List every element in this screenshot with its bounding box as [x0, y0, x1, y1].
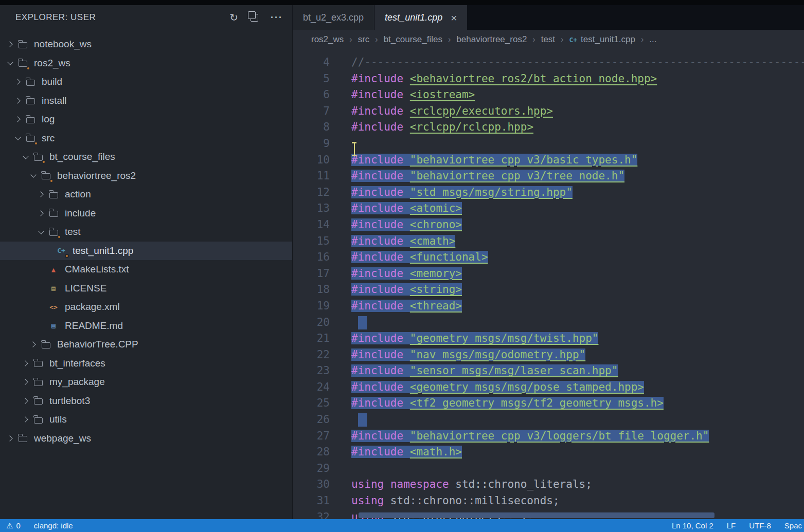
code-line-26[interactable]: 26: [293, 412, 804, 428]
status-item-UTF-8[interactable]: UTF-8: [749, 521, 771, 530]
code-line-19[interactable]: 19#include <thread>: [293, 298, 804, 315]
status-item-LF[interactable]: LF: [727, 521, 736, 530]
chevron-down-icon[interactable]: [20, 151, 32, 163]
tree-folder-ros2_ws[interactable]: ros2_ws: [0, 54, 292, 73]
status-item-clangd-idle[interactable]: clangd: idle: [34, 521, 73, 530]
code-line-28[interactable]: 28#include <math.h>: [293, 444, 804, 461]
tree-folder-behaviortree_ros2[interactable]: behaviortree_ros2: [0, 167, 292, 186]
tree-folder-src[interactable]: src: [0, 129, 292, 148]
tree-folder-BehaviorTree.CPP[interactable]: BehaviorTree.CPP: [0, 335, 292, 354]
chevron-right-icon[interactable]: [12, 76, 24, 88]
code-line-6[interactable]: 6#include <iostream>: [293, 87, 804, 103]
status-item-Ln-10-Col-2[interactable]: Ln 10, Col 2: [672, 521, 713, 530]
code-line-29[interactable]: 29: [293, 461, 804, 477]
chevron-right-icon[interactable]: [20, 376, 32, 388]
breadcrumb-item-src[interactable]: src: [358, 34, 370, 45]
code-line-22[interactable]: 22#include "nav_msgs/msg/odometry.hpp": [293, 347, 804, 363]
code-line-24[interactable]: 24#include <geometry_msgs/msg/pose_stamp…: [293, 379, 804, 396]
breadcrumb-item-test[interactable]: test: [541, 34, 555, 45]
tree-folder-build[interactable]: build: [0, 72, 292, 91]
tree-folder-action[interactable]: action: [0, 185, 292, 204]
tab-bt_u2_ex3-cpp[interactable]: bt_u2_ex3.cpp: [293, 5, 374, 30]
folder-icon: [32, 152, 44, 162]
tab-test_unit1-cpp[interactable]: test_unit1.cpp ×: [374, 5, 467, 30]
code-line-11[interactable]: 11#include "behaviortree_cpp_v3/tree_nod…: [293, 168, 804, 185]
tree-folder-bt_interfaces[interactable]: bt_interfaces: [0, 354, 292, 373]
code-line-23[interactable]: 23#include "sensor_msgs/msg/laser_scan.h…: [293, 363, 804, 379]
code-token: <rclcpp/executors.hpp>: [410, 105, 553, 117]
tree-file-test_unit1.cpp[interactable]: C+test_unit1.cpp: [0, 242, 292, 261]
tree-folder-log[interactable]: log: [0, 110, 292, 129]
tree-file-CMakeLists.txt[interactable]: ▲CMakeLists.txt: [0, 260, 292, 279]
code-line-25[interactable]: 25#include <tf2_geometry_msgs/tf2_geomet…: [293, 395, 804, 412]
indent-spacer: [43, 245, 55, 257]
code-token: #include: [351, 251, 403, 263]
chevron-down-icon[interactable]: [12, 132, 24, 144]
code-line-27[interactable]: 27#include "behaviortree_cpp_v3/loggers/…: [293, 428, 804, 445]
line-content: [330, 461, 351, 477]
tree-folder-turtlebot3[interactable]: turtlebot3: [0, 392, 292, 411]
breadcrumb-item-behaviortree-ros2[interactable]: behaviortree_ros2: [456, 34, 527, 45]
code-line-31[interactable]: 31using std::chrono::milliseconds;: [293, 493, 804, 509]
code-line-13[interactable]: 13#include <atomic>: [293, 200, 804, 217]
code-line-12[interactable]: 12#include "std_msgs/msg/string.hpp": [293, 185, 804, 201]
tree-folder-webpage_ws[interactable]: webpage_ws: [0, 429, 292, 448]
tree-folder-test[interactable]: test: [0, 223, 292, 242]
collapse-folders-icon[interactable]: [251, 14, 258, 22]
code-line-18[interactable]: 18#include <string>: [293, 282, 804, 298]
folder-shape: [42, 173, 50, 179]
tree-folder-my_package[interactable]: my_package: [0, 373, 292, 392]
code-line-17[interactable]: 17#include <memory>: [293, 266, 804, 282]
code-line-7[interactable]: 7#include <rclcpp/executors.hpp>: [293, 103, 804, 120]
code-line-9[interactable]: 9: [293, 136, 804, 152]
folder-icon: [47, 208, 60, 218]
tree-folder-bt_course_files[interactable]: bt_course_files: [0, 148, 292, 167]
code-line-4[interactable]: 4//-------------------------------------…: [293, 54, 804, 71]
tree-file-LICENSE[interactable]: ▤LICENSE: [0, 279, 292, 298]
tree-folder-include[interactable]: include: [0, 204, 292, 223]
chevron-right-icon[interactable]: [35, 207, 47, 219]
chevron-down-icon[interactable]: [4, 57, 16, 69]
chevron-right-icon[interactable]: [12, 95, 24, 107]
status-item-Spac[interactable]: Spac: [784, 521, 802, 530]
code-token: "geometry_msgs/msg/twist.hpp": [410, 332, 599, 344]
code-line-10[interactable]: 10#include "behaviortree_cpp_v3/basic_ty…: [293, 152, 804, 169]
code-line-30[interactable]: 30using namespace std::chrono_literals;: [293, 476, 804, 493]
chevron-right-icon[interactable]: [20, 357, 32, 370]
chevron-down-icon[interactable]: [35, 226, 47, 238]
chevron-right-icon[interactable]: [4, 38, 16, 50]
breadcrumb-item-ros2-ws[interactable]: ros2_ws: [311, 34, 344, 45]
chevron-right-icon[interactable]: [12, 113, 24, 125]
breadcrumb-item-bt-course-files[interactable]: bt_course_files: [384, 34, 442, 45]
code-line-8[interactable]: 8#include <rclcpp/rclcpp.hpp>: [293, 119, 804, 136]
chevron-right-icon[interactable]: [4, 432, 16, 445]
code-line-14[interactable]: 14#include <chrono>: [293, 217, 804, 233]
folder-shape: [34, 380, 43, 386]
more-actions-icon[interactable]: ···: [271, 13, 283, 22]
breadcrumb-item--[interactable]: ...: [649, 34, 656, 45]
code-line-16[interactable]: 16#include <functional>: [293, 249, 804, 266]
chevron-right-icon[interactable]: [20, 395, 32, 407]
tree-folder-notebook_ws[interactable]: notebook_ws: [0, 35, 292, 54]
code-line-20[interactable]: 20: [293, 315, 804, 331]
tree-file-package.xml[interactable]: <>package.xml: [0, 298, 292, 317]
tree-folder-utils[interactable]: utils: [0, 410, 292, 429]
tree-folder-install[interactable]: install: [0, 91, 292, 111]
code-area[interactable]: 4//-------------------------------------…: [293, 49, 804, 519]
horizontal-scrollbar[interactable]: [359, 512, 714, 518]
breadcrumb-item-test-unit1-cpp[interactable]: C+test_unit1.cpp: [569, 34, 635, 45]
folder-icon: [32, 414, 44, 425]
chevron-right-icon[interactable]: [27, 338, 40, 351]
line-content: #include <string>: [330, 282, 462, 298]
refresh-icon[interactable]: ↻: [229, 12, 238, 23]
close-icon[interactable]: ×: [451, 12, 457, 23]
chevron-down-icon[interactable]: [27, 170, 40, 182]
status-item-0[interactable]: ⚠0: [6, 521, 21, 530]
tree-file-README.md[interactable]: ▤README.md: [0, 317, 292, 336]
chevron-right-icon[interactable]: [20, 413, 32, 426]
code-line-5[interactable]: 5#include <behaviortree_ros2/bt_action_n…: [293, 71, 804, 87]
code-line-15[interactable]: 15#include <cmath>: [293, 233, 804, 250]
code-line-21[interactable]: 21#include "geometry_msgs/msg/twist.hpp": [293, 331, 804, 347]
selection-highlight: #include <memory>: [351, 267, 462, 280]
chevron-right-icon[interactable]: [35, 188, 47, 200]
